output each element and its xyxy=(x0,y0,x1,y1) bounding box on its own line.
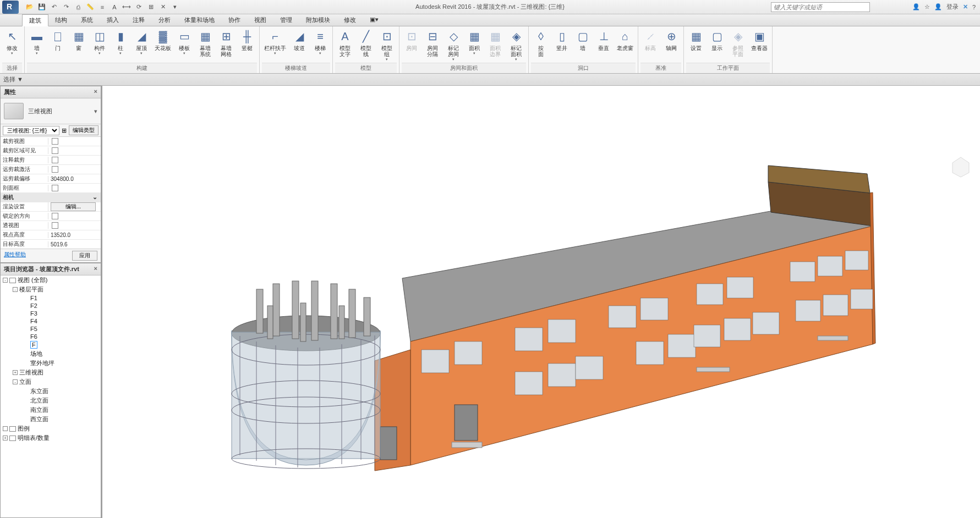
tab-协作[interactable]: 协作 xyxy=(222,14,248,26)
app-logo[interactable] xyxy=(2,1,19,14)
tree-item-视图 (全部)[interactable]: -视图 (全部) xyxy=(1,275,101,285)
select-mode-dropdown[interactable]: 选择 ▼ xyxy=(3,75,23,84)
instance-selector[interactable]: 三维视图: {三维} xyxy=(3,126,59,135)
property-value[interactable] xyxy=(48,138,101,145)
ribbon-柱-button[interactable]: ▮柱▾ xyxy=(111,27,130,57)
apply-button[interactable]: 应用 xyxy=(72,251,97,261)
ribbon-构件-button[interactable]: ◫构件▾ xyxy=(90,27,110,57)
property-row[interactable]: 远剪裁激活 xyxy=(1,165,101,174)
qat-text-icon[interactable]: A xyxy=(109,2,120,13)
tab-系统[interactable]: 系统 xyxy=(74,14,100,26)
tab-体量和场地[interactable]: 体量和场地 xyxy=(178,14,222,26)
property-value[interactable]: 13520.0 xyxy=(48,232,101,238)
tree-item-楼层平面[interactable]: -楼层平面 xyxy=(1,285,101,294)
property-value[interactable] xyxy=(48,147,101,154)
user-icon[interactable]: 👤 xyxy=(934,3,942,10)
tree-toggle-icon[interactable]: - xyxy=(13,379,18,384)
tree-item-F6[interactable]: F6 xyxy=(1,333,101,340)
help-icon[interactable]: ? xyxy=(972,4,976,10)
infocenter-icon[interactable]: 👤 xyxy=(912,3,920,10)
exchange-icon[interactable]: ✕ xyxy=(963,3,968,10)
ribbon-屋顶-button[interactable]: ◢屋顶▾ xyxy=(132,27,151,57)
qat-dropdown-icon[interactable]: ▾ xyxy=(169,2,180,13)
viewcube-icon[interactable] xyxy=(947,152,974,179)
properties-grid[interactable]: 裁剪视图裁剪区域可见注释裁剪远剪裁激活远剪裁偏移304800.0剖面框相机⌄渲染… xyxy=(1,137,101,249)
ribbon-标记房间-button[interactable]: ◇标记 房间▾ xyxy=(444,27,463,63)
property-row[interactable]: 目标高度5019.6 xyxy=(1,240,101,249)
ribbon-幕墙网格-button[interactable]: ⊞幕墙 网格 xyxy=(216,27,236,58)
property-row[interactable]: 剖面框 xyxy=(1,184,101,193)
close-icon[interactable]: × xyxy=(94,265,97,273)
tree-toggle-icon[interactable]: - xyxy=(3,278,8,283)
property-row[interactable]: 远剪裁偏移304800.0 xyxy=(1,174,101,184)
tree-item-F1[interactable]: F1 xyxy=(1,294,101,302)
property-section[interactable]: 相机⌄ xyxy=(1,193,101,202)
ribbon-老虎窗-button[interactable]: ⌂老虎窗 xyxy=(615,27,636,52)
ribbon-墙-button[interactable]: ▢墙 xyxy=(573,27,593,52)
chevron-down-icon[interactable]: ▾ xyxy=(94,108,97,115)
checkbox-icon[interactable] xyxy=(52,185,58,191)
qat-align-icon[interactable]: ≡ xyxy=(97,2,108,13)
ribbon-窗-button[interactable]: ▦窗 xyxy=(69,27,89,52)
ribbon-模型文字-button[interactable]: A模型 文字 xyxy=(335,27,355,58)
qat-thin-icon[interactable]: ⊞ xyxy=(145,2,156,13)
ribbon-面积-button[interactable]: ▦面积▾ xyxy=(464,27,484,57)
tab-插入[interactable]: 插入 xyxy=(100,14,126,26)
tab-结构[interactable]: 结构 xyxy=(48,14,74,26)
type-selector[interactable]: 三维视图 ▾ xyxy=(1,98,101,124)
property-row[interactable]: 注释裁剪 xyxy=(1,156,101,165)
ribbon-模型组-button[interactable]: ⊡模型 组▾ xyxy=(377,27,397,63)
ribbon-栏杆扶手-button[interactable]: ⌐栏杆扶手▾ xyxy=(262,27,288,57)
project-browser-tree[interactable]: -视图 (全部)-楼层平面F1F2F3F4F5F6F场地室外地坪+三维视图-立面… xyxy=(1,275,101,517)
tree-item-F7[interactable]: F xyxy=(1,340,101,349)
tree-item-立面[interactable]: -立面 xyxy=(1,377,101,387)
ribbon-模型线-button[interactable]: ╱模型 线 xyxy=(356,27,376,58)
checkbox-icon[interactable] xyxy=(52,138,58,145)
tab-修改[interactable]: 修改 xyxy=(337,14,363,26)
browser-title-bar[interactable]: 项目浏览器 - 坡屋顶文件.rvt × xyxy=(1,263,101,275)
property-row[interactable]: 裁剪区域可见 xyxy=(1,146,101,156)
ribbon-设置-button[interactable]: ▦设置 xyxy=(686,27,706,52)
tree-toggle-icon[interactable] xyxy=(3,426,8,431)
ribbon-显示-button[interactable]: ▢显示 xyxy=(707,27,727,52)
property-value[interactable] xyxy=(48,157,101,163)
edit-type-icon[interactable]: ⊞ xyxy=(62,127,67,134)
tree-item-明细表/数量[interactable]: +明细表/数量 xyxy=(1,433,101,443)
qat-save-icon[interactable]: 💾 xyxy=(36,2,47,13)
qat-dim-icon[interactable]: ⟷ xyxy=(121,2,132,13)
ribbon-楼梯-button[interactable]: ≡楼梯▾ xyxy=(310,27,330,57)
tree-toggle-icon[interactable]: + xyxy=(3,436,8,440)
tab-管理[interactable]: 管理 xyxy=(273,14,299,26)
edit-type-button[interactable]: 编辑类型 xyxy=(69,125,98,135)
property-value[interactable] xyxy=(48,166,101,173)
qat-open-icon[interactable]: 📂 xyxy=(24,2,35,13)
property-value[interactable] xyxy=(48,185,101,191)
ribbon-竖井-button[interactable]: ▯竖井 xyxy=(552,27,572,52)
ribbon-房间分隔-button[interactable]: ⊟房间 分隔 xyxy=(423,27,442,58)
tree-toggle-icon[interactable]: + xyxy=(13,370,18,375)
properties-title-bar[interactable]: 属性 × xyxy=(1,86,101,98)
tree-item-西立面[interactable]: 西立面 xyxy=(1,415,101,424)
property-row[interactable]: 视点高度13520.0 xyxy=(1,230,101,240)
property-row[interactable]: 裁剪视图 xyxy=(1,137,101,146)
ribbon-幕墙系统-button[interactable]: ▦幕墙 系统 xyxy=(195,27,215,58)
ribbon-垂直-button[interactable]: ⊥垂直 xyxy=(594,27,614,52)
tab-extra[interactable]: ▣▾ xyxy=(363,14,386,26)
ribbon-门-button[interactable]: ⎕门 xyxy=(48,27,68,52)
tree-item-F3[interactable]: F3 xyxy=(1,310,101,317)
tab-注释[interactable]: 注释 xyxy=(126,14,152,26)
tree-item-场地[interactable]: 场地 xyxy=(1,349,101,359)
property-value[interactable]: 编辑... xyxy=(48,202,101,211)
ribbon-天花板-button[interactable]: ▓天花板 xyxy=(152,27,173,52)
property-value[interactable]: 5019.6 xyxy=(48,241,101,247)
ribbon-坡道-button[interactable]: ◢坡道 xyxy=(289,27,309,52)
view-canvas[interactable] xyxy=(102,86,980,518)
ribbon-竖梃-button[interactable]: ╫竖梃 xyxy=(237,27,257,52)
tree-item-东立面[interactable]: 东立面 xyxy=(1,387,101,396)
help-search-input[interactable] xyxy=(771,2,870,12)
edit-button[interactable]: 编辑... xyxy=(51,202,96,211)
property-value[interactable]: 304800.0 xyxy=(48,176,101,182)
qat-close-icon[interactable]: ✕ xyxy=(157,2,168,13)
ribbon-标记面积-button[interactable]: ◈标记 面积▾ xyxy=(506,27,526,63)
tree-item-三维视图[interactable]: +三维视图 xyxy=(1,368,101,377)
